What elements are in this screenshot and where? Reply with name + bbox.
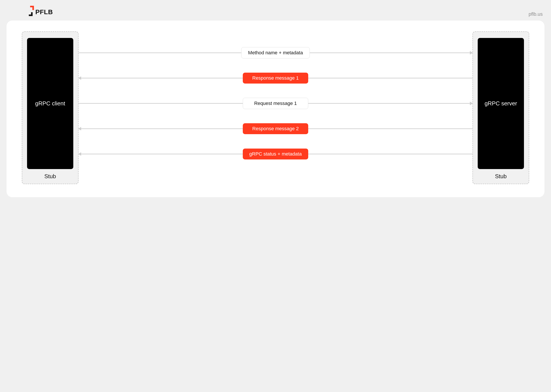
arrow-left-icon: [78, 127, 81, 130]
client-stub-label: Stub: [44, 173, 56, 180]
pflb-logo-icon: [8, 6, 35, 18]
flow-pill-status: gRPC status + metadata: [243, 148, 308, 160]
flow-row-method: Method name + metadata: [78, 47, 473, 58]
grpc-client-box: gRPC client: [27, 38, 73, 169]
flow-pill-response2: Response message 2: [243, 123, 308, 134]
diagram-card: gRPC client Stub Method name + metadata …: [7, 21, 544, 197]
flow-pill-method: Method name + metadata: [241, 47, 309, 58]
header: PFLB pflb.us: [7, 4, 544, 18]
grpc-server-box: gRPC server: [478, 38, 524, 169]
flow-pill-response1: Response message 1: [243, 73, 308, 84]
server-title: gRPC server: [485, 100, 517, 107]
client-title: gRPC client: [35, 100, 65, 107]
flow-row-status: gRPC status + metadata: [78, 148, 473, 160]
flow-row-response1: Response message 1: [78, 72, 473, 84]
client-stub-box: gRPC client Stub: [22, 31, 78, 184]
server-stub-box: gRPC server Stub: [473, 31, 529, 184]
flow-pill-request1: Request message 1: [243, 98, 308, 109]
arrow-left-icon: [78, 76, 81, 80]
arrow-right-icon: [470, 51, 473, 55]
brand-name: PFLB: [35, 6, 53, 15]
flow-row-request1: Request message 1: [78, 98, 473, 109]
flow-column: Method name + metadata Response message …: [78, 31, 473, 184]
arrow-left-icon: [78, 152, 81, 156]
site-url-label: pflb.us: [529, 6, 543, 17]
brand-logo: PFLB: [8, 6, 53, 18]
grpc-diagram: gRPC client Stub Method name + metadata …: [22, 31, 529, 184]
arrow-right-icon: [470, 102, 473, 105]
server-stub-label: Stub: [495, 173, 507, 180]
flow-row-response2: Response message 2: [78, 123, 473, 134]
